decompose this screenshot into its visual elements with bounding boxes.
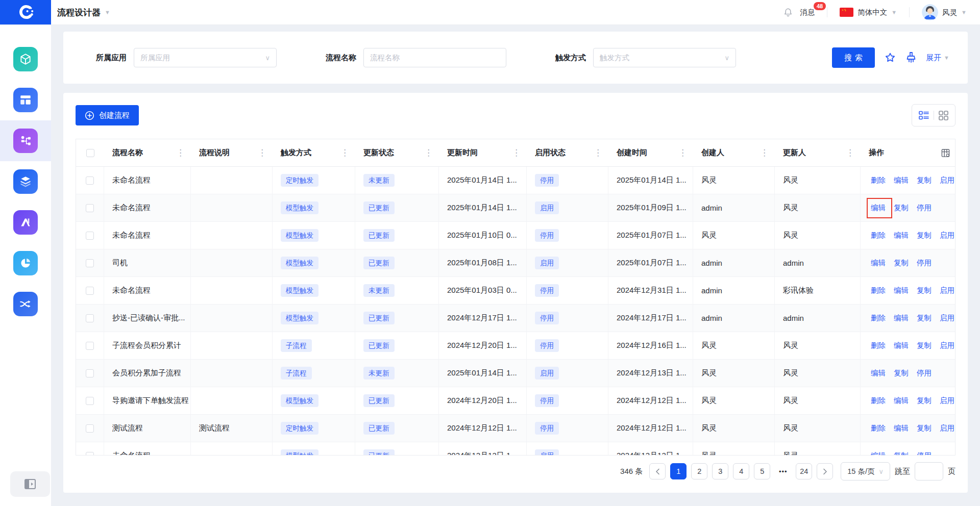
select-all-checkbox[interactable] (86, 149, 94, 157)
page-button-4[interactable]: 4 (733, 463, 749, 479)
sidebar-item-shuffle[interactable] (0, 284, 51, 324)
search-button[interactable]: 搜索 (832, 47, 875, 68)
action-复制[interactable]: 复制 (917, 175, 932, 185)
prev-page-button[interactable] (649, 463, 666, 479)
expand-toggle[interactable]: 展开 ▼ (926, 53, 949, 63)
action-删除[interactable]: 删除 (871, 341, 886, 350)
row-checkbox[interactable] (86, 397, 94, 405)
sidebar-item-pie-chart[interactable] (0, 243, 51, 284)
sidebar-item-cube[interactable] (0, 39, 51, 80)
row-checkbox[interactable] (86, 314, 94, 322)
page-button-3[interactable]: 3 (712, 463, 728, 479)
action-停用[interactable]: 停用 (917, 368, 932, 378)
next-page-button[interactable] (817, 463, 833, 479)
app-logo[interactable] (0, 0, 51, 24)
jump-to-input[interactable] (915, 462, 943, 480)
creator-cell: 风灵 (693, 415, 775, 442)
row-checkbox[interactable] (86, 369, 94, 377)
row-checkbox[interactable] (86, 452, 94, 456)
action-复制[interactable]: 复制 (917, 286, 932, 295)
action-删除[interactable]: 删除 (871, 396, 886, 406)
column-menu-icon[interactable]: ⋮ (256, 148, 268, 157)
column-menu-icon[interactable]: ⋮ (174, 148, 187, 157)
action-启用[interactable]: 启用 (940, 231, 954, 240)
favorite-button[interactable] (884, 52, 896, 64)
action-编辑[interactable]: 编辑 (871, 451, 886, 455)
column-menu-icon[interactable]: ⋮ (422, 148, 435, 157)
action-复制[interactable]: 复制 (894, 203, 909, 213)
row-checkbox[interactable] (86, 342, 94, 350)
sidebar-item-ai[interactable] (0, 202, 51, 243)
action-停用[interactable]: 停用 (917, 451, 932, 455)
action-复制[interactable]: 复制 (917, 231, 932, 240)
action-停用[interactable]: 停用 (917, 258, 932, 268)
messages-item[interactable]: 消息 48 (800, 8, 815, 17)
filter-input[interactable] (370, 54, 500, 62)
page-button-5[interactable]: 5 (754, 463, 770, 479)
column-menu-icon[interactable]: ⋮ (510, 148, 523, 157)
action-编辑[interactable]: 编辑 (894, 396, 909, 406)
page-button-1[interactable]: 1 (670, 463, 687, 479)
row-checkbox[interactable] (86, 176, 94, 185)
filter-label: 流程名称 (326, 53, 356, 63)
column-menu-icon[interactable]: ⋮ (844, 148, 856, 157)
table-settings-icon[interactable] (941, 148, 950, 157)
column-menu-icon[interactable]: ⋮ (592, 148, 604, 157)
action-复制[interactable]: 复制 (894, 451, 909, 455)
action-编辑[interactable]: 编辑 (894, 286, 909, 295)
bell-icon[interactable] (783, 8, 793, 17)
action-启用[interactable]: 启用 (940, 341, 954, 350)
action-启用[interactable]: 启用 (940, 175, 954, 185)
column-menu-icon[interactable]: ⋮ (758, 148, 771, 157)
action-编辑[interactable]: 编辑 (894, 341, 909, 350)
filter-select[interactable]: 触发方式∨ (593, 48, 736, 67)
sidebar-item-layout[interactable] (0, 80, 51, 120)
grid-view-button[interactable] (934, 105, 953, 126)
clear-filters-button[interactable] (905, 52, 917, 64)
page-button-2[interactable]: 2 (691, 463, 707, 479)
column-menu-icon[interactable]: ⋮ (338, 148, 351, 157)
action-删除[interactable]: 删除 (871, 313, 886, 323)
page-size-select[interactable]: 15 条/页∨ (841, 462, 890, 480)
action-删除[interactable]: 删除 (871, 423, 886, 433)
action-启用[interactable]: 启用 (940, 396, 954, 406)
action-编辑[interactable]: 编辑 (894, 231, 909, 240)
action-复制[interactable]: 复制 (894, 258, 909, 268)
action-启用[interactable]: 启用 (940, 286, 954, 295)
user-menu[interactable]: 风灵 ▼ (922, 4, 967, 20)
action-停用[interactable]: 停用 (917, 203, 932, 213)
row-checkbox[interactable] (86, 232, 94, 240)
action-删除[interactable]: 删除 (871, 175, 886, 185)
action-编辑[interactable]: 编辑 (871, 258, 886, 268)
action-编辑[interactable]: 编辑 (871, 368, 886, 378)
sidebar-collapse-button[interactable] (10, 471, 50, 497)
action-复制[interactable]: 复制 (917, 313, 932, 323)
action-复制[interactable]: 复制 (917, 396, 932, 406)
row-checkbox[interactable] (86, 424, 94, 433)
action-删除[interactable]: 删除 (871, 286, 886, 295)
action-编辑[interactable]: 编辑 (894, 175, 909, 185)
filter-select[interactable]: 所属应用∨ (134, 48, 277, 67)
action-删除[interactable]: 删除 (871, 231, 886, 240)
action-启用[interactable]: 启用 (940, 423, 954, 433)
row-checkbox[interactable] (86, 204, 94, 212)
sidebar-item-flowchart[interactable] (0, 120, 51, 161)
action-编辑[interactable]: 编辑 (894, 313, 909, 323)
pagination-ellipsis[interactable]: ••• (775, 463, 791, 479)
language-selector[interactable]: 简体中文 ▼ (840, 8, 897, 17)
action-复制[interactable]: 复制 (917, 341, 932, 350)
row-checkbox[interactable] (86, 287, 94, 295)
action-复制[interactable]: 复制 (917, 423, 932, 433)
action-复制[interactable]: 复制 (894, 368, 909, 378)
action-编辑[interactable]: 编辑 (871, 203, 886, 213)
action-编辑[interactable]: 编辑 (894, 423, 909, 433)
sidebar-item-layers[interactable] (0, 161, 51, 202)
create-process-button[interactable]: 创建流程 (76, 105, 139, 125)
row-checkbox[interactable] (86, 259, 94, 267)
list-view-button[interactable] (914, 105, 934, 126)
column-menu-icon[interactable]: ⋮ (676, 148, 689, 157)
status-tag: 已更新 (363, 449, 395, 455)
page-button-24[interactable]: 24 (796, 463, 812, 479)
app-title-dropdown[interactable]: 流程设计器 ▼ (57, 7, 110, 18)
action-启用[interactable]: 启用 (940, 313, 954, 323)
